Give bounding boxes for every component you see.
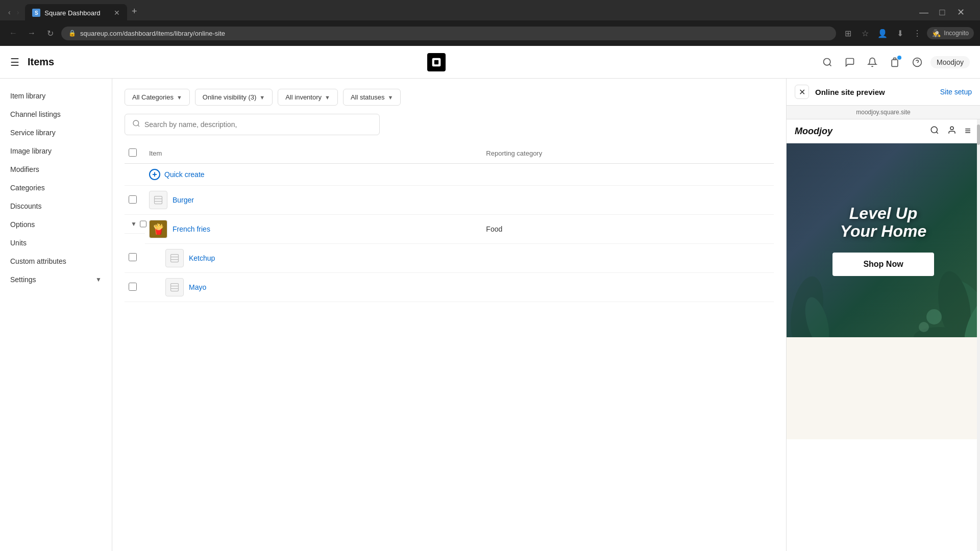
svg-rect-10 [171,284,179,291]
tab-title: Square Dashboard [44,9,100,17]
incognito-btn[interactable]: 🕵 Incognito [927,27,974,39]
notifications-btn[interactable] [863,53,881,71]
sidebar-item-units[interactable]: Units [0,234,112,252]
moodjoy-menu-icon[interactable]: ≡ [965,126,972,137]
sidebar-item-service-library[interactable]: Service library [0,123,112,142]
svg-rect-9 [171,255,179,262]
preview-browser: moodjoy.square.site Moodjoy [787,106,980,551]
sidebar-item-channel-listings[interactable]: Channel listings [0,105,112,123]
mayo-name[interactable]: Mayo [189,283,206,291]
forward-btn[interactable]: → [24,26,39,40]
select-all-checkbox[interactable] [129,148,137,157]
hero-text: Level Up Your Home [840,205,927,240]
svg-point-17 [926,309,942,324]
ketchup-checkbox[interactable] [129,253,137,261]
sidebar-item-modifiers[interactable]: Modifiers [0,160,112,179]
extensions-icon[interactable]: ⊞ [840,26,855,41]
select-all-header [125,143,145,164]
burger-checkbox[interactable] [129,195,137,204]
plant-bg-left [787,235,838,337]
sidebar-item-item-library[interactable]: Item library [0,87,112,105]
bookmark-icon[interactable]: ☆ [857,26,873,41]
tab-close-btn[interactable]: ✕ [114,9,120,17]
preview-content[interactable]: Moodjoy [787,119,980,551]
shop-now-btn[interactable]: Shop Now [832,253,934,276]
settings-icon[interactable]: ⋮ [910,26,925,41]
moodjoy-search-icon[interactable] [930,126,939,137]
quick-create-row: + Quick create [125,164,774,186]
messages-btn[interactable] [841,53,859,71]
search-btn[interactable] [818,53,837,71]
new-tab-btn[interactable]: + [127,4,141,18]
search-bar-container [125,114,774,135]
lock-icon: 🔒 [68,30,76,37]
clipboard-btn[interactable] [886,53,904,71]
sidebar-item-categories[interactable]: Categories [0,179,112,197]
settings-chevron-icon: ▼ [95,276,102,283]
ketchup-name[interactable]: Ketchup [189,254,215,262]
help-btn[interactable] [908,53,926,71]
close-btn[interactable]: ✕ [953,7,968,18]
tab-favicon: S [32,9,40,17]
moodjoy-user-icon[interactable] [947,126,957,137]
french-fries-thumbnail: 🍟 [149,220,167,238]
svg-point-18 [919,322,929,332]
active-tab[interactable]: S Square Dashboard ✕ [25,4,127,21]
preview-header: ✕ Online site preview Site setup [787,79,980,106]
minimize-btn[interactable]: — [917,7,931,18]
mayo-thumbnail [165,278,184,296]
tab-arrow-btn-right[interactable]: › [15,8,21,16]
svg-point-7 [133,120,139,126]
refresh-btn[interactable]: ↻ [43,26,57,40]
sidebar-item-settings[interactable]: Settings ▼ [0,270,112,289]
square-logo [427,53,446,71]
burger-name[interactable]: Burger [173,196,194,204]
preview-panel: ✕ Online site preview Site setup moodjoy… [786,79,980,551]
preview-title: Online site preview [815,88,934,96]
site-setup-link[interactable]: Site setup [940,88,972,96]
sidebar-item-discounts[interactable]: Discounts [0,197,112,215]
maximize-btn[interactable]: □ [935,7,949,18]
sidebar-item-custom-attributes[interactable]: Custom attributes [0,252,112,270]
search-input[interactable] [144,120,372,129]
tab-arrow-btn[interactable]: ‹ [6,8,13,16]
preview-scrollbar[interactable] [977,119,980,551]
app-header: ☰ Items [0,46,980,79]
categories-chevron-icon: ▼ [177,94,182,101]
preview-close-btn[interactable]: ✕ [795,85,809,99]
table-row: Ketchup [125,244,774,273]
svg-rect-4 [892,60,898,66]
incognito-label: Incognito [944,30,969,37]
address-bar[interactable]: 🔒 squareup.com/dashboard/items/library/o… [61,27,836,40]
hamburger-menu-btn[interactable]: ☰ [10,56,19,68]
user-avatar-btn[interactable]: Moodjoy [930,56,970,68]
all-categories-filter[interactable]: All Categories ▼ [125,89,190,106]
ketchup-reporting [482,244,774,273]
visibility-chevron-icon: ▼ [259,94,265,101]
svg-point-2 [824,58,830,65]
french-fries-checkbox[interactable] [140,220,146,228]
all-statuses-filter[interactable]: All statuses ▼ [343,89,401,106]
french-fries-name[interactable]: French fries [173,225,210,233]
inventory-chevron-icon: ▼ [325,94,330,101]
preview-below-hero [787,337,980,439]
filter-bar: All Categories ▼ Online visibility (3) ▼… [125,89,774,106]
online-visibility-filter[interactable]: Online visibility (3) ▼ [195,89,273,106]
quick-create-plus-icon: + [149,169,160,180]
back-btn[interactable]: ← [6,26,20,40]
svg-point-11 [932,127,938,133]
all-inventory-filter[interactable]: All inventory ▼ [278,89,338,106]
sidebar-item-image-library[interactable]: Image library [0,142,112,160]
expand-french-fries-btn[interactable]: ▼ [129,220,139,228]
table-row: Mayo [125,273,774,302]
mayo-checkbox[interactable] [129,283,137,291]
download-icon[interactable]: ⬇ [892,26,908,41]
quick-create-btn[interactable]: + Quick create [149,169,770,180]
table-row: Burger [125,186,774,215]
header-title: Items [28,56,54,68]
sidebar-item-options[interactable]: Options [0,215,112,234]
search-bar [125,114,380,135]
notification-dot [897,56,901,60]
profiles-icon[interactable]: 👤 [875,26,890,41]
ketchup-thumbnail [165,249,184,267]
